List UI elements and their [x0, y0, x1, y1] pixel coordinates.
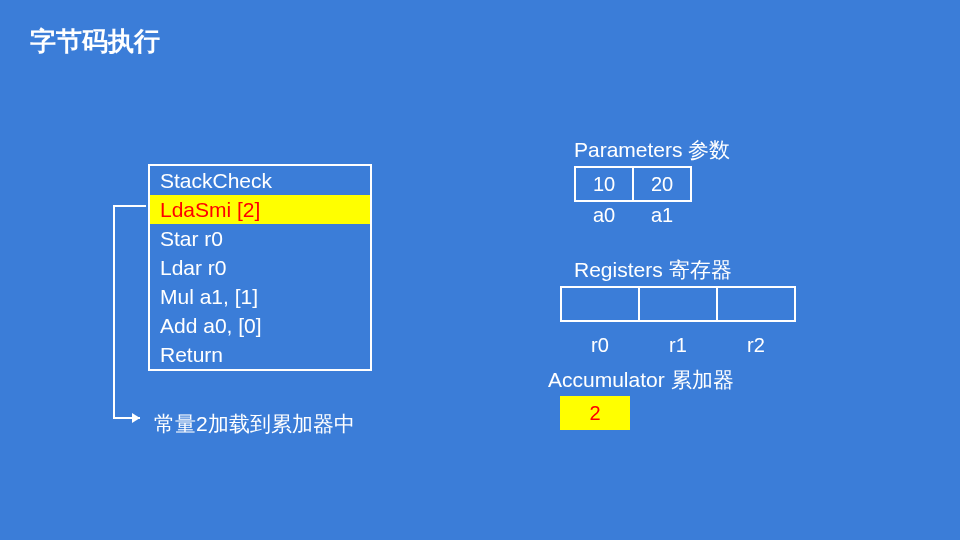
annotation-arrow: [106, 200, 146, 430]
bytecode-line: Star r0: [150, 224, 370, 253]
parameter-cell: 20: [632, 166, 692, 202]
accumulator-value: 2: [560, 396, 630, 430]
bytecode-line: LdaSmi [2]: [150, 195, 370, 224]
slide-title: 字节码执行: [30, 24, 160, 59]
registers-names: r0r1r2: [560, 334, 796, 357]
bytecode-list: StackCheckLdaSmi [2]Star r0Ldar r0Mul a1…: [148, 164, 372, 371]
parameter-cell: 10: [574, 166, 634, 202]
register-cell: [560, 286, 640, 322]
register-name: r1: [638, 334, 718, 357]
accumulator-label: Accumulator 累加器: [548, 366, 734, 394]
bytecode-line: StackCheck: [150, 166, 370, 195]
bytecode-line: Return: [150, 340, 370, 369]
register-name: r2: [716, 334, 796, 357]
register-name: r0: [560, 334, 640, 357]
register-cell: [638, 286, 718, 322]
parameters-names: a0a1: [574, 204, 692, 227]
parameter-name: a0: [574, 204, 634, 227]
register-cell: [716, 286, 796, 322]
parameters-table: 1020: [574, 166, 692, 202]
registers-table: [560, 286, 796, 322]
parameter-name: a1: [632, 204, 692, 227]
registers-label: Registers 寄存器: [574, 256, 732, 284]
parameters-label: Parameters 参数: [574, 136, 730, 164]
annotation-text: 常量2加载到累加器中: [154, 410, 355, 438]
bytecode-line: Add a0, [0]: [150, 311, 370, 340]
bytecode-line: Mul a1, [1]: [150, 282, 370, 311]
bytecode-line: Ldar r0: [150, 253, 370, 282]
